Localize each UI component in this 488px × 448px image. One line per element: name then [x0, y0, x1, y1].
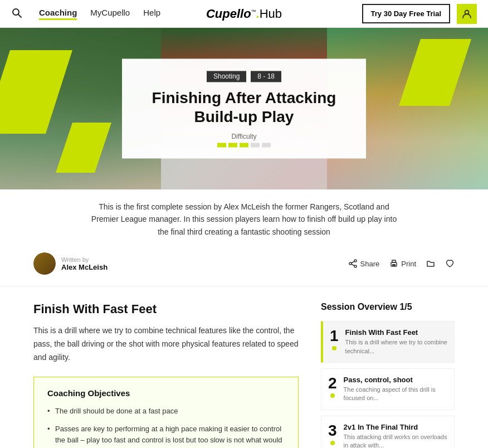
session-item-3[interactable]: 3 2v1 In The Final Third This attacking … — [321, 416, 455, 448]
search-icon[interactable] — [11, 7, 22, 21]
drill-description: This is a drill where we try to combine … — [33, 324, 299, 364]
session-item-desc-2: The coaching aspect of this drill is foc… — [344, 386, 447, 403]
session-item-title-2: Pass, control, shoot — [344, 376, 447, 384]
nav-coaching[interactable]: Coaching — [39, 8, 77, 20]
trial-button[interactable]: Try 30 Day Free Trial — [362, 4, 450, 23]
difficulty-dot-1 — [217, 143, 226, 148]
session-dot-2 — [330, 393, 335, 398]
share-button[interactable]: Share — [349, 259, 380, 268]
coaching-item-1: The drill should be done at a fast pace — [47, 406, 285, 417]
author-actions-bar: Written by Alex McLeish Share Print — [0, 247, 488, 286]
hero-title: Finishing After Attacking Build-up Play — [151, 89, 337, 126]
share-label: Share — [360, 260, 380, 268]
print-button[interactable]: Print — [389, 259, 416, 268]
tag-age: 8 - 18 — [251, 71, 281, 82]
main-content: Finish With Fast Feet This is a drill wh… — [0, 286, 488, 448]
svg-line-7 — [351, 264, 354, 266]
hero-section: Shooting 8 - 18 Finishing After Attackin… — [0, 28, 488, 189]
difficulty-dot-2 — [228, 143, 237, 148]
heart-icon — [445, 259, 455, 268]
coaching-list: The drill should be done at a fast pace … — [47, 406, 285, 448]
svg-line-1 — [18, 14, 22, 17]
session-dot-1 — [332, 346, 336, 350]
session-item-desc-1: This is a drill where we try to combine … — [345, 338, 447, 356]
svg-point-5 — [349, 262, 352, 265]
svg-point-4 — [354, 265, 357, 267]
session-num-wrap-2: 2 — [328, 376, 337, 398]
nav-right: Try 30 Day Free Trial — [362, 4, 477, 24]
author-avatar-image — [33, 252, 56, 275]
difficulty-dot-4 — [251, 143, 260, 148]
nav-mycupello[interactable]: MyCupello — [90, 8, 130, 20]
folder-icon — [426, 259, 435, 268]
difficulty-dot-3 — [240, 143, 248, 148]
content-left: Finish With Fast Feet This is a drill wh… — [33, 302, 299, 448]
session-info-3: 2v1 In The Final Third This attacking dr… — [344, 423, 447, 448]
description-text: This is the first complete session by Al… — [88, 201, 400, 238]
nav-help[interactable]: Help — [143, 8, 160, 20]
session-item-2[interactable]: 2 Pass, control, shoot The coaching aspe… — [321, 368, 455, 410]
hero-card: Shooting 8 - 18 Finishing After Attackin… — [122, 59, 366, 158]
author-name: Alex McLeish — [61, 263, 108, 271]
svg-line-6 — [351, 261, 354, 263]
session-overview-panel: Session Overview 1/5 1 Finish With Fast … — [321, 302, 455, 448]
session-num-wrap-1: 1 — [330, 328, 339, 350]
print-icon — [389, 259, 398, 268]
session-info-1: Finish With Fast Feet This is a drill wh… — [345, 328, 447, 356]
session-num-2: 2 — [328, 376, 337, 391]
svg-rect-10 — [392, 264, 396, 266]
hero-tags: Shooting 8 - 18 — [151, 71, 337, 82]
difficulty-dots — [151, 143, 337, 148]
share-icon — [349, 259, 358, 268]
svg-point-3 — [354, 260, 357, 262]
nav-links: Coaching MyCupello Help — [39, 8, 160, 20]
save-button[interactable] — [426, 259, 435, 268]
navbar: Coaching MyCupello Help Cupello™.Hub Try… — [0, 0, 488, 28]
author-avatar — [33, 252, 56, 275]
written-by-label: Written by — [61, 256, 108, 263]
coaching-item-2: Passes are key to performing at a high p… — [47, 423, 285, 448]
author-text: Written by Alex McLeish — [61, 256, 108, 271]
session-item-1[interactable]: 1 Finish With Fast Feet This is a drill … — [321, 321, 455, 363]
svg-rect-9 — [392, 260, 396, 262]
logo-cupello: Cupello — [206, 7, 251, 21]
session-overview-title: Session Overview 1/5 — [321, 302, 455, 312]
session-dot-3 — [330, 441, 335, 445]
session-item-desc-3: This attacking drill works on overloads … — [344, 433, 447, 448]
session-item-title-3: 2v1 In The Final Third — [344, 423, 447, 431]
print-label: Print — [401, 260, 416, 268]
drill-title: Finish With Fast Feet — [33, 302, 299, 316]
session-item-title-1: Finish With Fast Feet — [345, 328, 447, 337]
difficulty-label: Difficulty — [151, 133, 337, 141]
description-section: This is the first complete session by Al… — [0, 189, 488, 247]
difficulty-dot-5 — [262, 143, 271, 148]
tag-shooting: Shooting — [207, 71, 246, 82]
logo-hub: Hub — [260, 7, 282, 21]
like-button[interactable] — [445, 259, 455, 268]
session-num-1: 1 — [330, 328, 339, 344]
author-info: Written by Alex McLeish — [33, 252, 108, 275]
logo-tm: ™ — [251, 8, 256, 14]
session-info-2: Pass, control, shoot The coaching aspect… — [344, 376, 447, 403]
coaching-objectives-box: Coaching Objectives The drill should be … — [33, 377, 299, 448]
session-num-wrap-3: 3 — [328, 423, 337, 445]
coaching-objectives-title: Coaching Objectives — [47, 388, 285, 398]
session-num-3: 3 — [328, 423, 337, 439]
site-logo: Cupello™.Hub — [206, 7, 282, 21]
action-buttons: Share Print — [349, 259, 455, 268]
user-icon-button[interactable] — [457, 4, 477, 24]
